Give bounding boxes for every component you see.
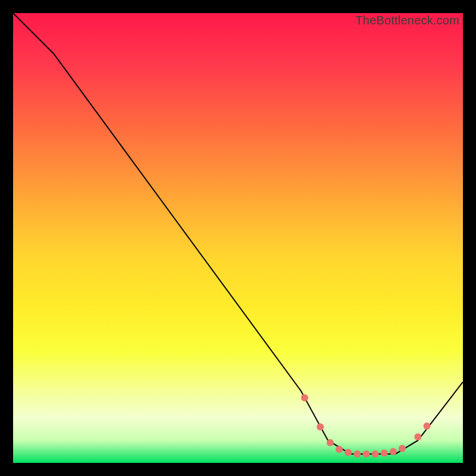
marker-dot xyxy=(336,446,343,453)
markers-group xyxy=(301,394,431,458)
marker-dot xyxy=(381,449,388,456)
marker-dot xyxy=(317,424,324,431)
marker-dot xyxy=(414,433,421,440)
marker-dot xyxy=(363,450,370,458)
marker-dot xyxy=(372,450,379,458)
marker-dot xyxy=(327,439,334,446)
marker-dot xyxy=(345,449,352,456)
bottleneck-curve-svg xyxy=(13,13,463,463)
marker-dot xyxy=(301,394,308,401)
bottleneck-curve-path xyxy=(13,13,463,454)
chart-area: TheBottleneck.com xyxy=(13,13,463,463)
marker-dot xyxy=(353,450,361,458)
marker-dot xyxy=(390,448,397,455)
marker-dot xyxy=(399,445,406,452)
marker-dot xyxy=(424,422,431,430)
